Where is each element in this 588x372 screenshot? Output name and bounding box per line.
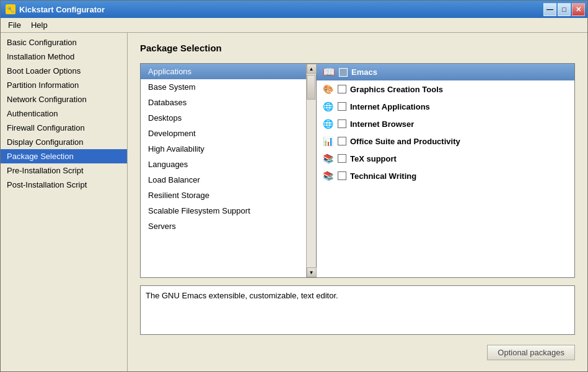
- window-title: Kickstart Configurator: [19, 5, 105, 14]
- pkg-icon-graphics: 🎨: [322, 83, 334, 95]
- pkg-graphics-creation-tools[interactable]: 🎨 Graphics Creation Tools: [317, 80, 574, 98]
- scroll-track: [307, 74, 316, 267]
- category-list-body: Applications Base System Databases Deskt…: [141, 64, 306, 277]
- pkg-internet-applications[interactable]: 🌐 Internet Applications: [317, 98, 574, 115]
- sidebar-item-authentication[interactable]: Authentication: [1, 106, 127, 121]
- bottom-bar: Optional packages: [140, 342, 575, 361]
- package-list-header: 📖 Emacs: [317, 64, 574, 80]
- title-bar: 🔧 Kickstart Configurator — □ ✕: [1, 1, 587, 18]
- pkg-label-office: Office Suite and Productivity: [350, 137, 460, 146]
- sidebar-item-package-selection[interactable]: Package Selection: [1, 149, 127, 163]
- menu-file[interactable]: File: [3, 19, 26, 31]
- cat-load-balancer[interactable]: Load Balancer: [141, 172, 306, 188]
- package-list-container: 📖 Emacs 🎨 Graphics Creation Tools: [317, 63, 575, 278]
- category-scrollbar: ▲ ▼: [306, 64, 316, 277]
- package-header-icon: 📖: [323, 66, 335, 78]
- sidebar-item-boot-loader-options[interactable]: Boot Loader Options: [1, 64, 127, 78]
- pkg-checkbox-graphics[interactable]: [338, 85, 346, 93]
- pkg-internet-browser[interactable]: 🌐 Internet Browser: [317, 115, 574, 132]
- pkg-checkbox-internet-apps[interactable]: [338, 102, 346, 111]
- cat-base-system[interactable]: Base System: [141, 79, 306, 95]
- package-list-scroll: 🎨 Graphics Creation Tools 🌐 Internet App…: [317, 80, 574, 277]
- sidebar-item-display-configuration[interactable]: Display Configuration: [1, 135, 127, 149]
- cat-applications[interactable]: Applications: [141, 64, 306, 79]
- package-header-checkbox[interactable]: [339, 68, 348, 77]
- cat-development[interactable]: Development: [141, 126, 306, 141]
- sidebar-item-network-configuration[interactable]: Network Configuration: [1, 92, 127, 106]
- package-description: The GNU Emacs extensible, customizable, …: [140, 285, 575, 335]
- panel-title: Package Selection: [140, 43, 575, 53]
- pkg-icon-office: 📊: [322, 135, 334, 147]
- sidebar: Basic Configuration Installation Method …: [1, 33, 128, 371]
- cat-resilient-storage[interactable]: Resilient Storage: [141, 188, 306, 203]
- pkg-icon-tech-writing: 📚: [322, 170, 334, 182]
- pkg-label-internet-apps: Internet Applications: [350, 102, 430, 111]
- pkg-icon-internet-browser: 🌐: [322, 118, 334, 130]
- pkg-checkbox-office[interactable]: [338, 137, 346, 145]
- pkg-office-suite[interactable]: 📊 Office Suite and Productivity: [317, 132, 574, 150]
- cat-languages[interactable]: Languages: [141, 157, 306, 172]
- app-icon: 🔧: [6, 4, 15, 14]
- pkg-icon-tex: 📚: [322, 152, 334, 165]
- maximize-button[interactable]: □: [558, 3, 571, 16]
- sidebar-item-partition-information[interactable]: Partition Information: [1, 78, 127, 92]
- sidebar-item-basic-configuration[interactable]: Basic Configuration: [1, 35, 127, 50]
- scroll-thumb[interactable]: [307, 75, 315, 100]
- pkg-checkbox-tech-writing[interactable]: [338, 171, 346, 180]
- main-panel: Package Selection Applications Base Syst…: [128, 33, 587, 371]
- minimize-button[interactable]: —: [543, 3, 556, 16]
- menu-help[interactable]: Help: [26, 19, 53, 31]
- title-bar-buttons: — □ ✕: [543, 3, 585, 16]
- pkg-label-internet-browser: Internet Browser: [350, 119, 414, 129]
- category-list-scroll: Applications Base System Databases Deskt…: [141, 64, 316, 277]
- package-header-title: Emacs: [351, 67, 377, 77]
- close-button[interactable]: ✕: [572, 3, 585, 16]
- main-window: 🔧 Kickstart Configurator — □ ✕ File Help…: [0, 0, 588, 372]
- sidebar-item-pre-installation-script[interactable]: Pre-Installation Script: [1, 163, 127, 178]
- description-text: The GNU Emacs extensible, customizable, …: [146, 291, 338, 300]
- sidebar-item-installation-method[interactable]: Installation Method: [1, 50, 127, 64]
- scroll-down-button[interactable]: ▼: [307, 267, 317, 277]
- optional-packages-button[interactable]: Optional packages: [487, 345, 575, 360]
- pkg-icon-internet-apps: 🌐: [322, 100, 334, 113]
- pkg-tex-support[interactable]: 📚 TeX support: [317, 150, 574, 167]
- scroll-up-button[interactable]: ▲: [307, 64, 317, 74]
- title-bar-left: 🔧 Kickstart Configurator: [6, 4, 105, 14]
- cat-databases[interactable]: Databases: [141, 95, 306, 110]
- cat-servers[interactable]: Servers: [141, 218, 306, 234]
- pkg-technical-writing[interactable]: 📚 Technical Writing: [317, 167, 574, 184]
- pkg-label-tech-writing: Technical Writing: [350, 171, 416, 181]
- cat-scalable-filesystem[interactable]: Scalable Filesystem Support: [141, 203, 306, 218]
- package-list-body: 🎨 Graphics Creation Tools 🌐 Internet App…: [317, 80, 574, 277]
- sidebar-item-firewall-configuration[interactable]: Firewall Configuration: [1, 121, 127, 135]
- content-area: Basic Configuration Installation Method …: [1, 33, 587, 371]
- menu-bar: File Help: [1, 18, 587, 33]
- cat-high-availability[interactable]: High Availability: [141, 141, 306, 157]
- pkg-label-graphics: Graphics Creation Tools: [350, 85, 443, 94]
- sidebar-item-post-installation-script[interactable]: Post-Installation Script: [1, 178, 127, 192]
- package-lists: Applications Base System Databases Deskt…: [140, 63, 575, 278]
- category-list-container: Applications Base System Databases Deskt…: [140, 63, 317, 278]
- pkg-checkbox-internet-browser[interactable]: [338, 119, 346, 128]
- pkg-label-tex: TeX support: [350, 154, 397, 163]
- cat-desktops[interactable]: Desktops: [141, 110, 306, 126]
- pkg-checkbox-tex[interactable]: [338, 154, 346, 163]
